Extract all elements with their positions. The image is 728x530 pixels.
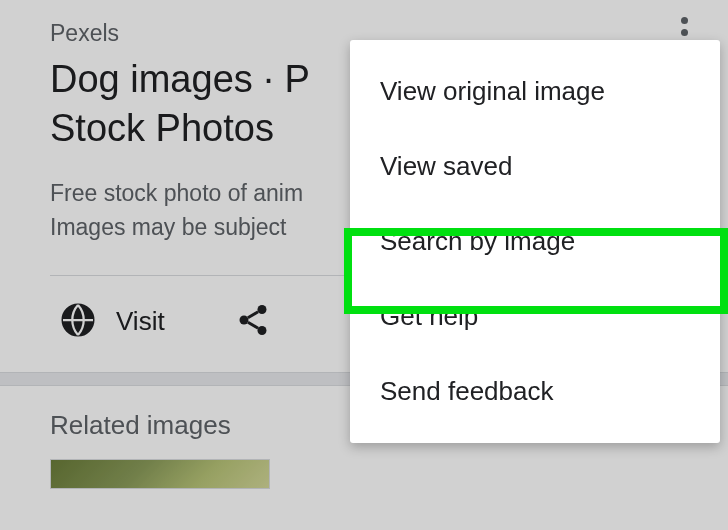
svg-point-1	[257, 305, 266, 314]
kebab-dot-icon	[681, 29, 688, 36]
svg-point-3	[257, 326, 266, 335]
menu-item-search-by-image[interactable]: Search by image	[350, 204, 720, 279]
menu-item-get-help[interactable]: Get help	[350, 279, 720, 354]
globe-icon	[60, 302, 96, 342]
visit-label: Visit	[116, 306, 165, 337]
menu-item-view-original[interactable]: View original image	[350, 54, 720, 129]
svg-line-4	[248, 312, 258, 318]
kebab-dot-icon	[681, 17, 688, 24]
visit-button[interactable]: Visit	[60, 302, 165, 342]
share-icon	[235, 324, 271, 341]
menu-item-view-saved[interactable]: View saved	[350, 129, 720, 204]
related-image-thumbnail[interactable]	[50, 459, 270, 489]
share-button[interactable]	[235, 302, 271, 342]
svg-line-5	[248, 322, 258, 328]
title-line-1: Dog images · P	[50, 58, 310, 100]
overflow-menu: View original image View saved Search by…	[350, 40, 720, 443]
menu-item-send-feedback[interactable]: Send feedback	[350, 354, 720, 429]
title-line-2: Stock Photos	[50, 107, 274, 149]
svg-point-2	[239, 315, 248, 324]
